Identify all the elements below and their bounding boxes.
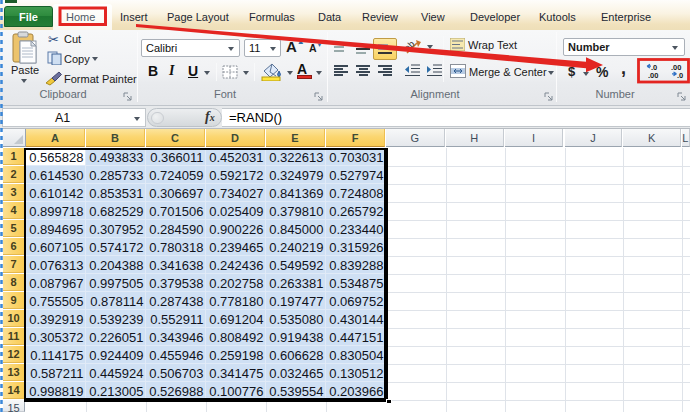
svg-text:.0: .0 [677,71,683,79]
svg-text:.00: .00 [648,71,658,79]
svg-text:ab: ab [404,39,416,53]
